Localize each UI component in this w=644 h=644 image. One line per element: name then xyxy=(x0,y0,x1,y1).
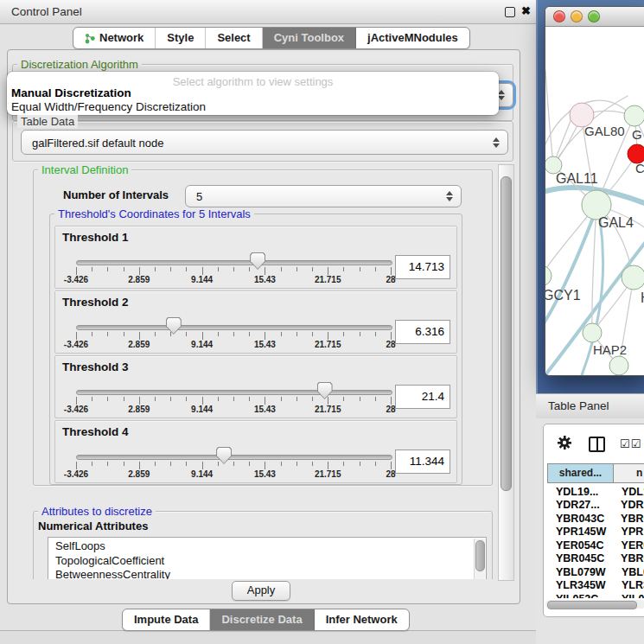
number-of-intervals-value: 5 xyxy=(196,190,202,203)
numerical-attributes-list: SelfLoopsTopologicalCoefficientBetweenne… xyxy=(48,538,486,579)
slider-tick-labels: -3.4262.8599.14415.4321.71528 xyxy=(76,275,391,285)
tab-style[interactable]: Style xyxy=(156,28,206,48)
graph-node-label: HAP2 xyxy=(593,342,627,357)
table-row[interactable]: YDL19...YDL1 xyxy=(547,485,644,499)
threshold-value-field[interactable]: 14.713 xyxy=(395,255,450,279)
attributes-group: Attributes to discretize Numerical Attri… xyxy=(33,511,493,579)
minimize-traffic-light[interactable] xyxy=(571,10,583,22)
threshold-label: Threshold 1 xyxy=(62,231,129,244)
table-row[interactable]: YDR27...YDR2 xyxy=(547,499,644,513)
table-data-combobox[interactable]: galFiltered.sif default node xyxy=(21,130,508,155)
network-view-window[interactable]: GAL80GCGAL11GAL4GCY1HHAP2 xyxy=(545,6,644,376)
column-header-name[interactable]: n xyxy=(613,463,644,483)
cyni-bottom-tabs: Impute Data Discretize Data Infer Networ… xyxy=(122,609,410,631)
combo-arrows-icon xyxy=(498,90,505,100)
network-window-titlebar[interactable] xyxy=(545,7,644,27)
numerical-attributes-listbox[interactable]: SelfLoopsTopologicalCoefficientBetweenne… xyxy=(48,537,487,579)
table-row[interactable]: YPR145WYPR1 xyxy=(547,526,644,539)
node-table-card: ☑☑ shared... n YDL19...YDL1YDR27...YDR2Y… xyxy=(543,424,644,617)
dropdown-option-equal-width[interactable]: Equal Width/Frequency Discretization xyxy=(11,100,206,113)
graph-node-label: GAL4 xyxy=(598,215,634,230)
slider-track[interactable] xyxy=(76,455,392,460)
attributes-list-scrollbar[interactable] xyxy=(474,539,485,579)
apply-button[interactable]: Apply xyxy=(232,581,290,601)
discretization-algorithm-group-title: Discretization Algorithm xyxy=(17,58,142,71)
table-cell: YDL1 xyxy=(615,486,644,498)
table-row[interactable]: YLR345WYLR3 xyxy=(547,579,644,593)
threshold-label: Threshold 4 xyxy=(62,425,129,438)
close-traffic-light[interactable] xyxy=(553,10,565,22)
panel-scrollbar-thumb[interactable] xyxy=(501,176,512,491)
threshold-value-field[interactable]: 11.344 xyxy=(395,450,450,474)
thresholds-group: Threshold's Coordinates for 5 Intervals … xyxy=(49,214,462,485)
tab-jactivemnodules[interactable]: jActiveMNodules xyxy=(356,28,469,48)
table-cell: YDR2 xyxy=(614,499,644,511)
algorithm-dropdown-popup: Select algorithm to view settings Manual… xyxy=(7,72,499,115)
close-icon[interactable]: ✖ xyxy=(521,4,531,17)
graph-node-label: C xyxy=(635,161,644,175)
control-panel-titlebar[interactable]: Control Panel ✖ xyxy=(0,0,536,24)
table-cell: YBR0 xyxy=(614,513,644,525)
network-canvas[interactable]: GAL80GCGAL11GAL4GCY1HHAP2 xyxy=(545,27,644,375)
graph-node[interactable] xyxy=(622,265,644,290)
threshold-value-field[interactable]: 6.316 xyxy=(395,320,450,344)
dropdown-option-manual-discretization[interactable]: Manual Discretization xyxy=(11,86,131,99)
attribute-item[interactable]: BetweennessCentrality xyxy=(48,568,486,579)
number-of-intervals-combobox[interactable]: 5 xyxy=(185,185,462,207)
checkbox-icon[interactable]: ☑ xyxy=(620,437,631,450)
table-horizontal-scrollbar[interactable] xyxy=(545,600,644,609)
slider-track[interactable] xyxy=(76,260,392,265)
slider-track[interactable] xyxy=(76,390,392,395)
show-columns-icons[interactable]: ☑☑ xyxy=(620,437,641,450)
split-view-icon[interactable] xyxy=(589,437,605,452)
table-row[interactable]: YBR045CYBR0 xyxy=(547,552,644,566)
graph-node-label: H xyxy=(641,290,644,305)
table-cell: YDL19... xyxy=(547,486,615,498)
table-cell: YBL079W xyxy=(547,566,615,578)
table-panel-titlebar[interactable]: Table Panel xyxy=(536,393,644,419)
attribute-item[interactable]: SelfLoops xyxy=(48,539,486,554)
thresholds-group-title: Threshold's Coordinates for 5 Intervals xyxy=(54,207,254,220)
threshold-panel: Threshold 2 -3.4262.8599.14415.4321.7152… xyxy=(54,290,457,354)
slider-tick-labels: -3.4262.8599.14415.4321.71528 xyxy=(76,469,391,480)
table-rows: YDL19...YDL1YDR27...YDR2YBR043CYBR0YPR14… xyxy=(547,485,644,598)
graph-node[interactable] xyxy=(583,323,602,342)
table-horizontal-scrollbar-thumb[interactable] xyxy=(547,601,637,609)
graph-node[interactable] xyxy=(545,265,552,286)
tab-discretize-data[interactable]: Discretize Data xyxy=(210,609,314,630)
interval-definition-title: Interval Definition xyxy=(38,164,131,176)
threshold-label: Threshold 3 xyxy=(62,360,129,373)
graph-node[interactable] xyxy=(609,356,628,375)
graph-node[interactable] xyxy=(624,105,644,126)
control-panel-title: Control Panel xyxy=(11,5,82,18)
table-row[interactable]: YER054CYER0 xyxy=(547,539,644,552)
tab-infer-network[interactable]: Infer Network xyxy=(315,609,409,630)
graph-edge[interactable] xyxy=(545,70,553,165)
control-panel-tabs: Network Style Select Cyni Toolbox jActiv… xyxy=(73,27,470,49)
float-window-icon[interactable] xyxy=(505,7,515,17)
slider-track[interactable] xyxy=(76,325,392,330)
checkbox-icon[interactable]: ☑ xyxy=(631,437,642,450)
combo-arrows-icon xyxy=(446,191,453,201)
column-header-shared-name[interactable]: shared... xyxy=(547,463,614,483)
attribute-item[interactable]: TopologicalCoefficient xyxy=(48,554,486,569)
table-cell: YER054C xyxy=(547,539,615,552)
gear-icon[interactable] xyxy=(558,436,571,450)
table-row[interactable]: YBL079WYBL0 xyxy=(547,565,644,579)
tab-impute-data[interactable]: Impute Data xyxy=(123,609,210,630)
graph-edge-highlighted[interactable] xyxy=(545,208,596,331)
attributes-list-scrollbar-thumb[interactable] xyxy=(475,540,485,571)
zoom-traffic-light[interactable] xyxy=(588,10,600,22)
tab-cyni-toolbox[interactable]: Cyni Toolbox xyxy=(263,28,356,48)
numerical-attributes-label: Numerical Attributes xyxy=(38,520,148,532)
settings-scroll-area: Interval Definition Number of Intervals … xyxy=(12,164,493,579)
tab-select[interactable]: Select xyxy=(206,28,262,48)
threshold-value-field[interactable]: 21.4 xyxy=(395,385,450,409)
table-row[interactable]: YBR043CYBR0 xyxy=(547,512,644,526)
slider-tick-labels: -3.4262.8599.14415.4321.71528 xyxy=(76,340,391,350)
tab-network[interactable]: Network xyxy=(73,28,156,48)
panel-scrollbar[interactable] xyxy=(498,164,514,581)
table-data-group-title: Table Data xyxy=(17,115,78,128)
table-row[interactable]: YIL052CYIL0 xyxy=(547,592,644,598)
threshold-panel: Threshold 1 -3.4262.8599.14415.4321.7152… xyxy=(54,226,457,289)
